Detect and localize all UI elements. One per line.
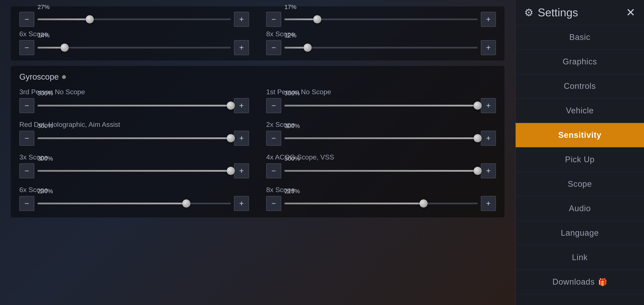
sidebar-item-language[interactable]: Language xyxy=(516,221,644,245)
gyro-4x-acog-fill xyxy=(284,170,478,172)
sidebar-item-link-label: Link xyxy=(572,253,588,262)
gyro-3x-scope-minus[interactable]: − xyxy=(19,163,34,178)
gyro-3rd-no-scope-item: 3rd Person No Scope − 300% + xyxy=(19,88,249,113)
gyro-3x-scope-item: 3x Scope − 300% + xyxy=(19,153,249,178)
top-8x-scope-row: − 12% + xyxy=(266,40,496,55)
close-button[interactable]: ✕ xyxy=(626,7,636,18)
gyro-4x-acog-thumb[interactable] xyxy=(474,167,482,175)
sidebar-item-sensitivity[interactable]: Sensitivity xyxy=(516,123,644,148)
gyro-6x-scope-value: 230% xyxy=(38,188,53,195)
gyro-3x-scope-track[interactable] xyxy=(38,170,231,172)
top-6x-plus-btn[interactable]: + xyxy=(234,40,249,55)
gyro-2x-scope-thumb[interactable] xyxy=(474,134,482,142)
top-right-thumb[interactable] xyxy=(313,15,321,24)
main-content: − 27% + − 17% xyxy=(0,0,515,305)
gyro-3rd-no-scope-minus[interactable]: − xyxy=(19,98,34,113)
gyro-6x-scope-track[interactable] xyxy=(38,202,231,204)
top-left-track[interactable] xyxy=(38,18,231,20)
gyro-6x-scope-minus[interactable]: − xyxy=(19,196,34,211)
gyro-2x-scope-track[interactable] xyxy=(284,137,478,139)
gyro-3rd-no-scope-thumb[interactable] xyxy=(227,102,235,110)
top-8x-plus-btn[interactable]: + xyxy=(481,40,496,55)
gyroscope-sliders-grid: 3rd Person No Scope − 300% + 1st Person … xyxy=(19,88,496,211)
top-8x-thumb[interactable] xyxy=(304,44,312,52)
gyro-1st-no-scope-thumb[interactable] xyxy=(474,102,482,110)
gyro-red-dot-row: − 300% + xyxy=(19,131,249,146)
gyro-red-dot-minus[interactable]: − xyxy=(19,131,34,146)
gyroscope-dot xyxy=(62,75,66,79)
gyro-8x-scope-value: 215% xyxy=(284,188,300,195)
top-right-value: 17% xyxy=(284,4,296,10)
gyro-3x-scope-plus[interactable]: + xyxy=(234,163,249,178)
nav-items: Basic Graphics Controls Vehicle Sensitiv… xyxy=(516,25,644,305)
gyro-8x-scope-track[interactable] xyxy=(284,202,478,204)
top-8x-minus-btn[interactable]: − xyxy=(266,40,281,55)
top-6x-scope-row: − 14% + xyxy=(19,40,249,55)
gyro-6x-scope-row: − 230% + xyxy=(19,196,249,211)
gyro-red-dot-thumb[interactable] xyxy=(227,134,235,142)
gyro-4x-acog-minus[interactable]: − xyxy=(266,163,281,178)
gyro-3rd-no-scope-row: − 300% + xyxy=(19,98,249,113)
sidebar-item-audio[interactable]: Audio xyxy=(516,196,644,221)
sidebar-item-link[interactable]: Link xyxy=(516,245,644,270)
sidebar-item-controls[interactable]: Controls xyxy=(516,74,644,98)
gyro-8x-scope-minus[interactable]: − xyxy=(266,196,281,211)
gyro-4x-acog-row: − 300% + xyxy=(266,163,496,178)
gift-icon: 🎁 xyxy=(598,278,607,286)
sidebar-item-audio-label: Audio xyxy=(569,204,591,213)
gyro-3x-scope-thumb[interactable] xyxy=(227,167,235,175)
gyro-3x-scope-track-container: 300% xyxy=(38,163,231,178)
top-8x-scope-label: 8x Scope xyxy=(266,30,496,38)
gyro-4x-acog-track[interactable] xyxy=(284,170,478,172)
sidebar-item-vehicle-label: Vehicle xyxy=(566,106,594,115)
sidebar-item-scope-label: Scope xyxy=(568,180,592,189)
gyro-4x-acog-value: 300% xyxy=(284,155,300,162)
sidebar-item-graphics[interactable]: Graphics xyxy=(516,50,644,74)
top-6x-track[interactable] xyxy=(38,47,231,48)
gyro-3rd-no-scope-track-container: 300% xyxy=(38,98,231,113)
top-8x-track-container: 12% xyxy=(284,40,478,55)
sidebar-item-vehicle[interactable]: Vehicle xyxy=(516,98,644,123)
top-left-minus-btn[interactable]: − xyxy=(19,12,34,27)
top-8x-track[interactable] xyxy=(284,47,478,48)
sidebar-item-scope[interactable]: Scope xyxy=(516,172,644,196)
gyro-6x-scope-plus[interactable]: + xyxy=(234,196,249,211)
gyro-1st-no-scope-fill xyxy=(284,105,478,106)
gyro-3rd-no-scope-plus[interactable]: + xyxy=(234,98,249,113)
top-right-minus-btn[interactable]: − xyxy=(266,12,281,27)
top-section: − 27% + − 17% xyxy=(11,6,504,60)
top-left-thumb[interactable] xyxy=(86,15,94,24)
gyro-2x-scope-plus[interactable]: + xyxy=(481,131,496,146)
gyro-red-dot-plus[interactable]: + xyxy=(234,131,249,146)
gyro-8x-scope-item: 8x Scope − 215% + xyxy=(266,186,496,211)
top-right-plus-btn[interactable]: + xyxy=(481,12,496,27)
gyro-4x-acog-track-container: 300% xyxy=(284,163,478,178)
sidebar-item-pickup[interactable]: Pick Up xyxy=(516,148,644,172)
gyroscope-section: Gyroscope 3rd Person No Scope − 300% + xyxy=(11,66,504,218)
gyro-8x-scope-track-container: 215% xyxy=(284,196,478,211)
top-right-track[interactable] xyxy=(284,18,478,20)
sidebar-item-language-label: Language xyxy=(561,228,599,238)
top-right-slider-row: − 17% + xyxy=(266,12,496,27)
gyro-1st-no-scope-track-container: 300% xyxy=(284,98,478,113)
gyro-4x-acog-plus[interactable]: + xyxy=(481,163,496,178)
sidebar-item-downloads[interactable]: Downloads 🎁 xyxy=(516,270,644,294)
top-left-fill xyxy=(38,18,90,20)
top-6x-minus-btn[interactable]: − xyxy=(19,40,34,55)
gyro-1st-no-scope-plus[interactable]: + xyxy=(481,98,496,113)
gyro-2x-scope-value: 300% xyxy=(284,122,300,130)
gyro-red-dot-track[interactable] xyxy=(38,137,231,139)
gyro-8x-scope-plus[interactable]: + xyxy=(481,196,496,211)
gyro-1st-no-scope-minus[interactable]: − xyxy=(266,98,281,113)
gyro-6x-scope-thumb[interactable] xyxy=(182,200,190,208)
gyro-2x-scope-minus[interactable]: − xyxy=(266,131,281,146)
top-left-plus-btn[interactable]: + xyxy=(234,12,249,27)
gyro-1st-no-scope-track[interactable] xyxy=(284,105,478,106)
top-6x-thumb[interactable] xyxy=(60,44,69,52)
gyro-3rd-no-scope-track[interactable] xyxy=(38,105,231,106)
gyro-6x-scope-fill xyxy=(38,202,186,204)
gyro-3rd-no-scope-fill xyxy=(38,105,231,106)
sidebar-item-basic[interactable]: Basic xyxy=(516,25,644,50)
gyro-8x-scope-thumb[interactable] xyxy=(420,200,428,208)
top-left-value: 27% xyxy=(38,4,50,10)
